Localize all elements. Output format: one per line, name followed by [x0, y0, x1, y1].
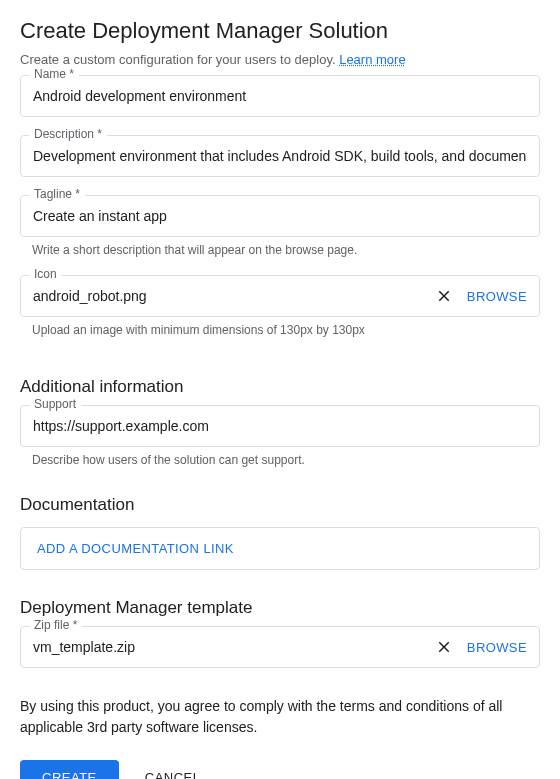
- add-documentation-link-button[interactable]: ADD A DOCUMENTATION LINK: [20, 527, 540, 570]
- name-input[interactable]: [20, 75, 540, 117]
- page-title: Create Deployment Manager Solution: [20, 18, 540, 44]
- zipfile-input[interactable]: [33, 639, 431, 655]
- support-helper: Describe how users of the solution can g…: [20, 453, 540, 467]
- tagline-input[interactable]: [20, 195, 540, 237]
- documentation-heading: Documentation: [20, 495, 540, 515]
- icon-browse-button[interactable]: BROWSE: [467, 289, 527, 304]
- support-label: Support: [29, 397, 81, 411]
- additional-info-heading: Additional information: [20, 377, 540, 397]
- icon-file-input[interactable]: [33, 288, 431, 304]
- intro-text: Create a custom configuration for your u…: [20, 52, 540, 67]
- close-icon: [435, 287, 453, 305]
- zipfile-label: Zip file *: [29, 618, 82, 632]
- icon-label: Icon: [29, 267, 62, 281]
- template-heading: Deployment Manager template: [20, 598, 540, 618]
- name-label: Name *: [29, 67, 79, 81]
- intro-text-content: Create a custom configuration for your u…: [20, 52, 339, 67]
- cancel-button[interactable]: CANCEL: [145, 760, 201, 779]
- description-label: Description *: [29, 127, 107, 141]
- close-icon: [435, 638, 453, 656]
- support-input[interactable]: [20, 405, 540, 447]
- icon-helper: Upload an image with minimum dimensions …: [20, 323, 540, 337]
- action-button-row: CREATE CANCEL: [20, 760, 540, 779]
- learn-more-link[interactable]: Learn more: [339, 52, 405, 67]
- tagline-helper: Write a short description that will appe…: [20, 243, 540, 257]
- create-button[interactable]: CREATE: [20, 760, 119, 779]
- terms-text: By using this product, you agree to comp…: [20, 696, 540, 738]
- tagline-label: Tagline *: [29, 187, 85, 201]
- icon-clear-button[interactable]: [431, 283, 457, 309]
- zipfile-clear-button[interactable]: [431, 634, 457, 660]
- zipfile-browse-button[interactable]: BROWSE: [467, 640, 527, 655]
- description-input[interactable]: [20, 135, 540, 177]
